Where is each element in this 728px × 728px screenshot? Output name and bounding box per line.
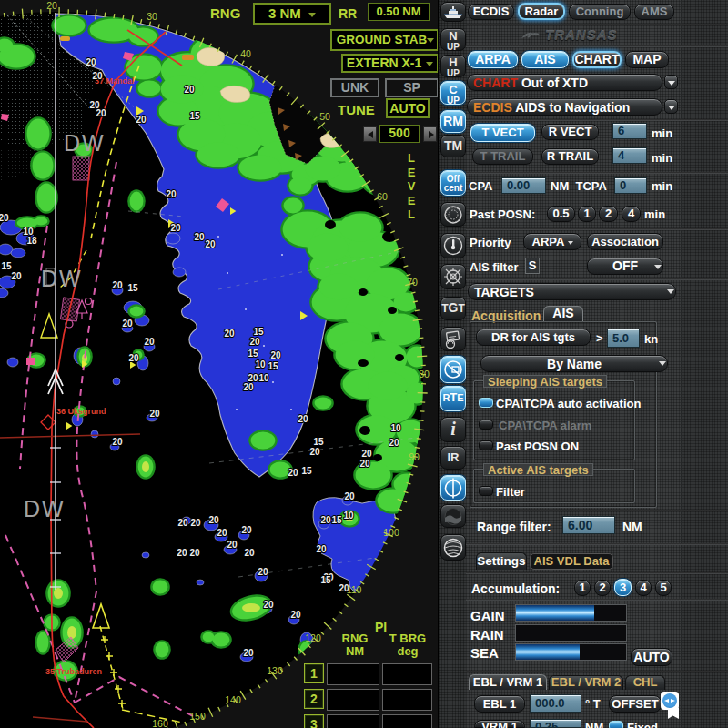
svg-text:40: 40 — [240, 48, 251, 59]
svg-text:20: 20 — [361, 449, 372, 459]
svg-text:20: 20 — [290, 610, 301, 620]
svg-text:20: 20 — [298, 414, 308, 424]
svg-text:20: 20 — [149, 409, 160, 419]
svg-text:20: 20 — [144, 337, 155, 347]
svg-text:20: 20 — [263, 600, 274, 610]
svg-text:20: 20 — [244, 548, 255, 558]
svg-text:150: 150 — [189, 711, 206, 722]
svg-text:20: 20 — [112, 437, 123, 447]
svg-text:DW: DW — [24, 496, 66, 521]
svg-text:70: 70 — [407, 277, 418, 288]
svg-text:80: 80 — [419, 369, 430, 379]
svg-text:15: 15 — [268, 361, 278, 371]
svg-text:100: 100 — [383, 527, 399, 538]
svg-text:20: 20 — [86, 57, 96, 67]
svg-text:15: 15 — [253, 327, 264, 337]
svg-text:35 Trubaduren: 35 Trubaduren — [46, 667, 102, 676]
svg-text:20: 20 — [96, 108, 106, 118]
svg-text:20: 20 — [0, 213, 9, 223]
svg-text:20: 20 — [184, 85, 195, 95]
svg-text:20: 20 — [112, 280, 123, 290]
svg-text:10: 10 — [258, 373, 269, 383]
svg-text:20: 20 — [92, 71, 103, 81]
svg-text:20: 20 — [389, 438, 399, 448]
svg-text:20: 20 — [309, 447, 320, 457]
svg-text:20: 20 — [208, 515, 219, 525]
svg-text:20: 20 — [205, 239, 216, 249]
svg-text:15: 15 — [313, 437, 324, 447]
svg-text:20: 20 — [122, 318, 133, 329]
svg-text:15: 15 — [331, 515, 342, 525]
svg-text:20: 20 — [166, 189, 177, 199]
svg-text:20: 20 — [344, 491, 355, 501]
svg-text:20: 20 — [46, 0, 57, 11]
svg-text:20: 20 — [190, 518, 201, 528]
svg-text:20: 20 — [177, 548, 187, 558]
svg-text:15: 15 — [189, 111, 200, 121]
svg-text:20: 20 — [249, 337, 260, 347]
svg-text:DW: DW — [41, 266, 83, 291]
svg-text:60: 60 — [377, 191, 388, 202]
svg-text:20: 20 — [243, 648, 254, 658]
svg-text:15: 15 — [320, 575, 331, 585]
svg-text:15: 15 — [248, 349, 258, 359]
svg-text:20: 20 — [189, 548, 200, 558]
svg-text:15: 15 — [1, 261, 12, 271]
svg-text:120: 120 — [305, 632, 321, 643]
svg-text:DW: DW — [64, 130, 106, 156]
svg-text:20: 20 — [258, 567, 268, 577]
svg-text:20: 20 — [194, 232, 205, 242]
svg-text:110: 110 — [347, 584, 362, 595]
svg-text:90: 90 — [409, 451, 420, 462]
svg-text:20: 20 — [316, 544, 327, 554]
svg-text:20: 20 — [11, 271, 22, 281]
svg-text:20: 20 — [288, 468, 298, 478]
svg-text:20: 20 — [224, 329, 235, 339]
svg-text:20: 20 — [227, 540, 238, 550]
svg-text:20: 20 — [217, 528, 228, 538]
svg-text:20: 20 — [270, 350, 281, 360]
svg-text:160: 160 — [152, 718, 168, 728]
svg-text:18: 18 — [26, 236, 37, 246]
svg-text:20: 20 — [170, 223, 181, 233]
svg-text:130: 130 — [267, 665, 283, 676]
svg-text:20: 20 — [320, 515, 331, 525]
svg-text:50: 50 — [319, 111, 330, 122]
svg-text:140: 140 — [225, 694, 241, 705]
svg-text:30: 30 — [147, 11, 157, 22]
svg-text:20: 20 — [136, 115, 147, 125]
svg-text:15: 15 — [301, 466, 312, 476]
svg-text:36 Uksgrund: 36 Uksgrund — [56, 407, 106, 416]
svg-text:10: 10 — [343, 511, 354, 521]
svg-text:15: 15 — [127, 283, 138, 293]
svg-text:20: 20 — [128, 353, 139, 363]
svg-text:20: 20 — [243, 382, 254, 392]
svg-text:20: 20 — [359, 459, 370, 469]
svg-text:10: 10 — [390, 423, 401, 433]
svg-text:10: 10 — [255, 359, 266, 369]
svg-text:20: 20 — [177, 518, 188, 528]
svg-text:20: 20 — [241, 525, 252, 535]
